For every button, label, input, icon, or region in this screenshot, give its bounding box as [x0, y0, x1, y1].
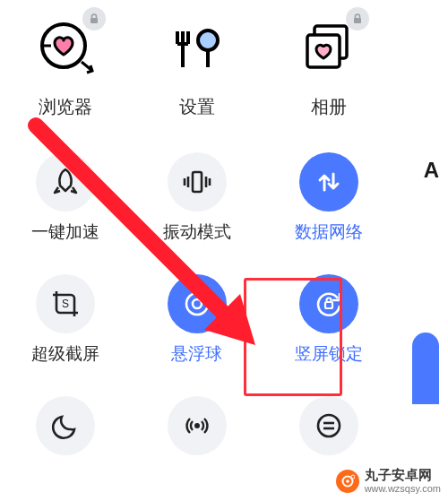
qs-label: 数据网络 — [295, 220, 363, 244]
rocket-icon — [49, 166, 82, 198]
crop-s-icon: S — [49, 288, 82, 320]
svg-point-24 — [346, 479, 349, 483]
brightness-slider-fill — [412, 333, 439, 404]
qs-label: 一键加速 — [31, 220, 99, 244]
menu-lines-icon — [314, 411, 343, 440]
photo-stack-icon — [300, 19, 358, 76]
qs-one-tap-boost[interactable]: 一键加速 — [0, 152, 132, 244]
qs-vibration-mode[interactable]: 振动模式 — [132, 152, 263, 244]
qs-label: 超级截屏 — [31, 342, 99, 366]
font-size-indicator: A — [424, 158, 439, 183]
svg-point-7 — [198, 30, 218, 50]
lock-icon — [82, 7, 106, 30]
qs-mobile-data[interactable]: 数据网络 — [263, 152, 394, 244]
broadcast-icon — [182, 410, 212, 441]
app-label: 相册 — [311, 95, 347, 119]
svg-point-18 — [318, 415, 340, 436]
data-arrows-icon — [314, 167, 344, 197]
moon-icon — [51, 411, 80, 440]
watermark: 丸子安卓网 www.wzsqsy.com — [336, 468, 441, 494]
vibrate-icon — [180, 165, 214, 199]
svg-point-15 — [193, 299, 202, 308]
cutlery-icon — [168, 19, 226, 76]
app-label: 设置 — [179, 95, 215, 119]
annotation-highlight-box — [244, 278, 342, 396]
svg-point-17 — [194, 423, 200, 428]
qs-hotspot[interactable] — [132, 396, 263, 455]
app-shortcuts-row: 浏览器 设置 — [0, 0, 394, 143]
app-gallery[interactable]: 相册 — [275, 16, 383, 143]
qs-night-mode[interactable] — [0, 396, 132, 455]
app-browser[interactable]: 浏览器 — [12, 16, 119, 143]
lock-icon — [346, 7, 369, 30]
watermark-logo-icon — [336, 470, 359, 493]
svg-point-14 — [186, 293, 208, 315]
svg-point-25 — [351, 475, 355, 479]
svg-text:S: S — [62, 298, 69, 310]
target-circle-icon — [181, 288, 213, 320]
qs-label: 悬浮球 — [171, 342, 222, 366]
svg-rect-11 — [354, 18, 361, 23]
app-label: 浏览器 — [39, 95, 92, 119]
control-center-screenshot: 浏览器 设置 — [0, 0, 448, 501]
qs-more[interactable] — [263, 396, 394, 455]
qs-label: 振动模式 — [163, 220, 231, 244]
qs-super-screenshot[interactable]: S 超级截屏 — [0, 274, 132, 366]
watermark-name: 丸子安卓网 — [365, 467, 432, 482]
watermark-url: www.wzsqsy.com — [365, 483, 441, 494]
svg-rect-12 — [193, 172, 202, 192]
app-settings[interactable]: 设置 — [143, 16, 251, 143]
svg-rect-3 — [90, 18, 98, 23]
